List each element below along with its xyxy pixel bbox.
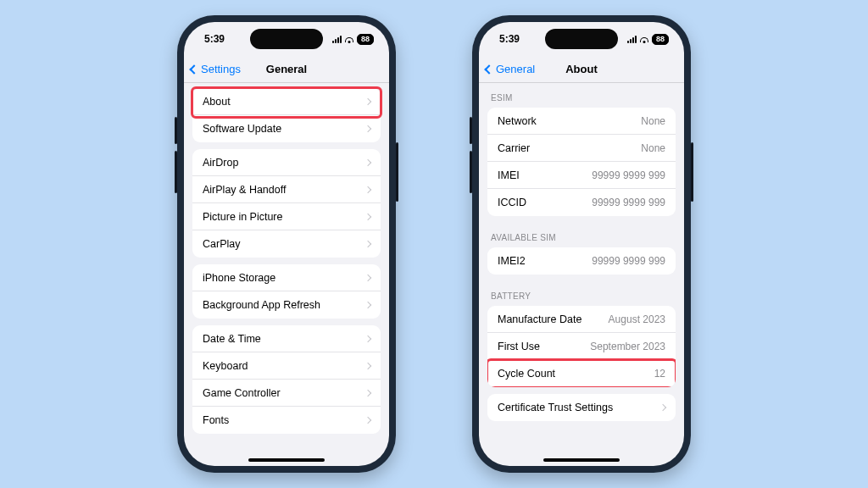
section-header-esim: ESIM [479,83,684,106]
row-label: Keyboard [203,360,248,372]
row-label: IMEI [498,169,520,181]
status-icons: 88 [627,34,669,45]
wifi-icon [639,36,649,43]
row-value: None [641,115,665,127]
iphone-mockup-about: 5:39 88 General About ESIM Network None [472,15,691,473]
group-storage: iPhone Storage Background App Refresh [192,264,381,319]
wifi-icon [344,36,354,43]
row-manufacture-date[interactable]: Manufacture Date August 2023 [487,306,676,333]
chevron-right-icon [364,158,371,165]
row-value: August 2023 [609,313,665,325]
group-about: About Software Update [192,88,381,142]
chevron-right-icon [364,274,371,280]
chevron-right-icon [364,213,371,219]
row-label: AirDrop [203,157,238,169]
chevron-right-icon [364,417,371,424]
row-pip[interactable]: Picture in Picture [192,203,381,230]
row-airplay[interactable]: AirPlay & Handoff [192,176,381,203]
row-value: 99999 9999 999 [592,255,665,267]
row-label: First Use [498,341,540,352]
row-airdrop[interactable]: AirDrop [192,149,381,176]
row-iphone-storage[interactable]: iPhone Storage [192,264,381,291]
group-esim: Network None Carrier None IMEI 99999 999… [487,108,676,216]
home-indicator[interactable] [248,458,325,462]
row-label: IMEI2 [498,255,526,267]
nav-title: General [266,63,307,75]
chevron-left-icon [484,64,493,74]
row-imei2[interactable]: IMEI2 99999 9999 999 [487,247,676,274]
row-value: 99999 9999 999 [592,197,665,208]
row-value: None [641,142,665,154]
row-carrier[interactable]: Carrier None [487,135,676,162]
battery-icon: 88 [357,34,374,45]
group-battery: Manufacture Date August 2023 First Use S… [487,306,676,387]
row-fonts[interactable]: Fonts [192,407,381,434]
row-label: AirPlay & Handoff [203,184,286,196]
chevron-right-icon [364,389,371,396]
row-keyboard[interactable]: Keyboard [192,352,381,380]
screen-about: 5:39 88 General About ESIM Network None [479,22,684,466]
row-label: Network [498,115,537,127]
status-time: 5:39 [204,33,225,45]
nav-bar: General About [479,56,684,83]
about-list[interactable]: ESIM Network None Carrier None IMEI 9999… [479,83,684,466]
row-label: Background App Refresh [203,299,320,311]
row-bg-refresh[interactable]: Background App Refresh [192,291,381,319]
chevron-right-icon [364,362,371,369]
row-label: Certificate Trust Settings [498,402,613,413]
row-game-controller[interactable]: Game Controller [192,380,381,407]
battery-icon: 88 [652,34,669,45]
row-value: 99999 9999 999 [592,169,665,181]
row-cycle-count[interactable]: Cycle Count 12 [487,360,676,387]
group-datetime: Date & Time Keyboard Game Controller Fon… [192,325,381,434]
row-value: September 2023 [590,341,665,352]
section-header-battery: BATTERY [479,281,684,304]
row-label: ICCID [498,197,526,208]
back-button[interactable]: Settings [191,63,241,75]
back-button[interactable]: General [486,63,535,75]
nav-bar: Settings General [184,56,389,83]
row-label: CarPlay [203,238,240,250]
status-icons: 88 [332,34,374,45]
row-iccid[interactable]: ICCID 99999 9999 999 [487,189,676,216]
cellular-signal-icon [627,36,637,43]
back-label: General [496,63,535,75]
chevron-right-icon [659,404,666,411]
row-label: Cycle Count [498,368,555,380]
group-available-sim: IMEI2 99999 9999 999 [487,247,676,274]
chevron-left-icon [189,64,198,74]
row-label: Date & Time [203,333,261,345]
row-certificate-trust[interactable]: Certificate Trust Settings [487,394,676,421]
back-label: Settings [201,63,241,75]
dynamic-island [545,29,618,49]
chevron-right-icon [364,241,371,247]
row-network[interactable]: Network None [487,108,676,135]
row-date-time[interactable]: Date & Time [192,325,381,352]
row-label: Carrier [498,142,530,154]
status-time: 5:39 [499,33,520,45]
row-imei[interactable]: IMEI 99999 9999 999 [487,162,676,189]
screen-general: 5:39 88 Settings General About [184,22,389,466]
row-label: Picture in Picture [203,211,282,223]
row-label: Manufacture Date [498,313,581,325]
row-label: iPhone Storage [203,272,275,284]
group-cert: Certificate Trust Settings [487,394,676,421]
row-carplay[interactable]: CarPlay [192,230,381,258]
row-first-use[interactable]: First Use September 2023 [487,333,676,360]
row-label: Fonts [203,414,229,426]
chevron-right-icon [364,302,371,308]
dynamic-island [250,29,323,49]
section-header-available-sim: AVAILABLE SIM [479,223,684,246]
row-value: 12 [654,368,665,380]
home-indicator[interactable] [543,458,620,462]
chevron-right-icon [364,125,371,132]
settings-list[interactable]: About Software Update AirDrop AirPlay & … [184,83,389,466]
iphone-mockup-general: 5:39 88 Settings General About [177,15,396,473]
nav-title: About [565,63,598,75]
row-label: Game Controller [203,387,281,399]
group-airdrop: AirDrop AirPlay & Handoff Picture in Pic… [192,149,381,258]
row-software-update[interactable]: Software Update [192,115,381,142]
chevron-right-icon [364,97,371,104]
row-about[interactable]: About [192,88,381,115]
chevron-right-icon [364,335,371,341]
